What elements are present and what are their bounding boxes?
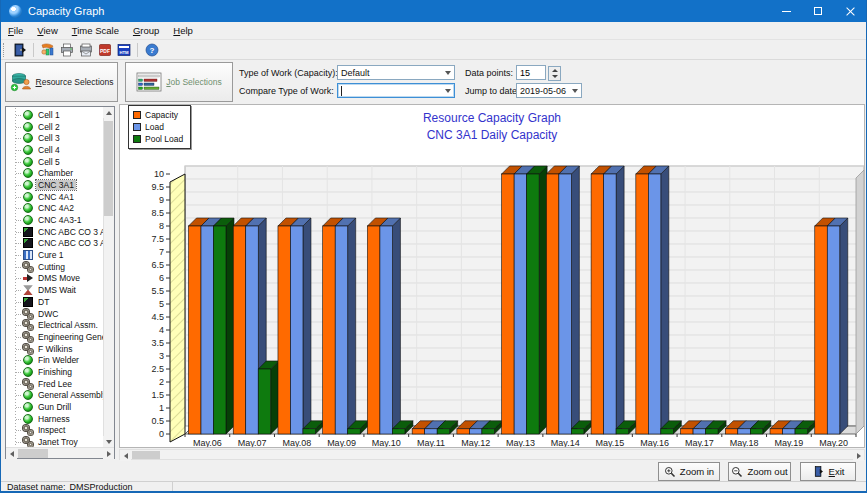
- tree-item[interactable]: Cell 1: [7, 109, 103, 121]
- jump-to-date-label: Jump to date:: [465, 86, 520, 96]
- compare-type-combo[interactable]: [337, 83, 455, 98]
- tree-item-icon: [23, 215, 33, 225]
- tree-item-icon: [23, 402, 33, 412]
- svg-text:0.5: 0.5: [151, 416, 164, 426]
- tree-item[interactable]: Harness: [7, 413, 103, 425]
- tree-item[interactable]: Chamber: [7, 167, 103, 179]
- legend-label: Capacity: [145, 110, 178, 120]
- svg-text:May.17: May.17: [685, 438, 714, 447]
- tree-item[interactable]: Fred Lee: [7, 378, 103, 390]
- copy-graph-icon[interactable]: [39, 42, 56, 58]
- tree-item[interactable]: Engineering General: [7, 331, 103, 343]
- tree-item[interactable]: Janet Troy: [7, 436, 103, 447]
- chart-hscroll-thumb[interactable]: [132, 451, 160, 459]
- tree-item[interactable]: Cell 4: [7, 144, 103, 156]
- svg-text:8: 8: [159, 221, 164, 231]
- exit-door-icon[interactable]: [11, 42, 28, 58]
- tree-item[interactable]: Cure 1: [7, 249, 103, 261]
- chart-horizontal-scrollbar[interactable]: [119, 449, 865, 460]
- tree-item[interactable]: F Wilkins: [7, 343, 103, 355]
- tree-item[interactable]: DMS Move: [7, 273, 103, 285]
- scroll-down-button[interactable]: [103, 436, 114, 447]
- menu-item[interactable]: Help: [166, 23, 200, 38]
- legend-swatch: [133, 123, 141, 131]
- tree-item[interactable]: CNC 4A1: [7, 191, 103, 203]
- scroll-left-button[interactable]: [6, 448, 17, 459]
- tree-item-icon: [23, 145, 33, 155]
- menu-item[interactable]: Time Scale: [65, 23, 126, 38]
- print-icon[interactable]: [58, 42, 75, 58]
- tree-item-label: CNC 4A3-1: [36, 215, 83, 225]
- zoom-in-icon: [664, 466, 676, 478]
- tree-item-icon: [23, 425, 33, 435]
- tree-item[interactable]: CNC 4A2: [7, 203, 103, 215]
- tree-item[interactable]: Inspect: [7, 425, 103, 437]
- scroll-left-button[interactable]: [120, 450, 131, 461]
- resource-selections-button[interactable]: Resource Selections: [5, 62, 118, 102]
- scroll-right-button[interactable]: [853, 450, 864, 461]
- close-icon: [846, 7, 855, 16]
- menu-item[interactable]: View: [30, 23, 64, 38]
- tree-item[interactable]: DWC: [7, 308, 103, 320]
- scroll-up-icon: [106, 111, 112, 115]
- svg-text:May.13: May.13: [506, 438, 535, 447]
- svg-text:0: 0: [159, 429, 164, 439]
- tree-item-label: General Assembly: [36, 390, 103, 400]
- toolbar-separator: [137, 43, 138, 57]
- tree-item[interactable]: Cell 3: [7, 132, 103, 144]
- tree-item[interactable]: CNC 4A3-1: [7, 214, 103, 226]
- exit-button[interactable]: Exit: [800, 462, 856, 481]
- svg-text:May.20: May.20: [819, 438, 848, 447]
- tree-item[interactable]: Cutting: [7, 261, 103, 273]
- tree-item-icon: [23, 285, 33, 295]
- tree-item[interactable]: DMS Wait: [7, 284, 103, 296]
- scroll-right-button[interactable]: [103, 448, 114, 459]
- tree-item[interactable]: CNC ABC CO 3 Axis: [7, 226, 103, 238]
- pdf-export-icon[interactable]: PDF: [96, 42, 113, 58]
- tree-item-label: Cell 4: [36, 145, 62, 155]
- type-of-work-combo[interactable]: Default: [337, 65, 455, 80]
- tree-vertical-scrollbar[interactable]: [103, 107, 114, 447]
- job-selections-button[interactable]: Job Selections: [125, 62, 233, 102]
- svg-text:8.5: 8.5: [151, 208, 164, 218]
- tree-item-icon: [23, 379, 33, 389]
- tree-item-label: DMS Move: [36, 273, 82, 283]
- tree-hscroll-thumb[interactable]: [18, 449, 48, 458]
- zoom-out-button[interactable]: Zoom out: [728, 462, 791, 481]
- tree-item-icon: [23, 344, 33, 354]
- zoom-in-button[interactable]: Zoom in: [658, 462, 720, 481]
- tree-item[interactable]: General Assembly: [7, 390, 103, 402]
- close-button[interactable]: [834, 0, 866, 22]
- jump-to-date-combo[interactable]: 2019-05-06: [516, 83, 582, 98]
- tree-item[interactable]: Electrical Assm.: [7, 319, 103, 331]
- tree-item[interactable]: CNC ABC CO 3 Axis: [7, 238, 103, 250]
- print-setup-icon[interactable]: [77, 42, 94, 58]
- help-icon[interactable]: ?: [143, 42, 160, 58]
- tree-item-icon: [23, 332, 33, 342]
- maximize-button[interactable]: [802, 0, 834, 22]
- chart-legend: CapacityLoadPool Load: [128, 105, 191, 149]
- tree-item[interactable]: Cell 2: [7, 121, 103, 133]
- text-caret: [341, 86, 342, 96]
- tree-vscroll-thumb[interactable]: [104, 121, 113, 216]
- tree-item[interactable]: Gun Drill: [7, 401, 103, 413]
- data-points-stepper[interactable]: 15: [516, 65, 546, 80]
- minimize-button[interactable]: [770, 0, 802, 22]
- tree-item[interactable]: Cell 5: [7, 156, 103, 168]
- tree-item[interactable]: CNC 3A1: [7, 179, 103, 191]
- capacity-graph-window: Capacity Graph FileViewTime ScaleGroupHe…: [0, 0, 867, 493]
- tree-item[interactable]: DT: [7, 296, 103, 308]
- menu-bar: FileViewTime ScaleGroupHelp: [1, 22, 866, 40]
- tree-item-label: CNC 3A1: [36, 180, 76, 190]
- stepper-buttons[interactable]: [548, 66, 561, 81]
- menu-item[interactable]: Group: [126, 23, 166, 38]
- scroll-up-button[interactable]: [103, 107, 114, 118]
- tree-item[interactable]: Finishing: [7, 366, 103, 378]
- menu-item[interactable]: File: [1, 23, 30, 38]
- tree-item-icon: [23, 180, 33, 190]
- html-export-icon[interactable]: HTM: [115, 42, 132, 58]
- chevron-down-icon: [445, 71, 451, 75]
- tree-horizontal-scrollbar[interactable]: [6, 447, 114, 458]
- tree-item[interactable]: Fin Welder: [7, 354, 103, 366]
- tree-item-label: Cell 1: [36, 110, 62, 120]
